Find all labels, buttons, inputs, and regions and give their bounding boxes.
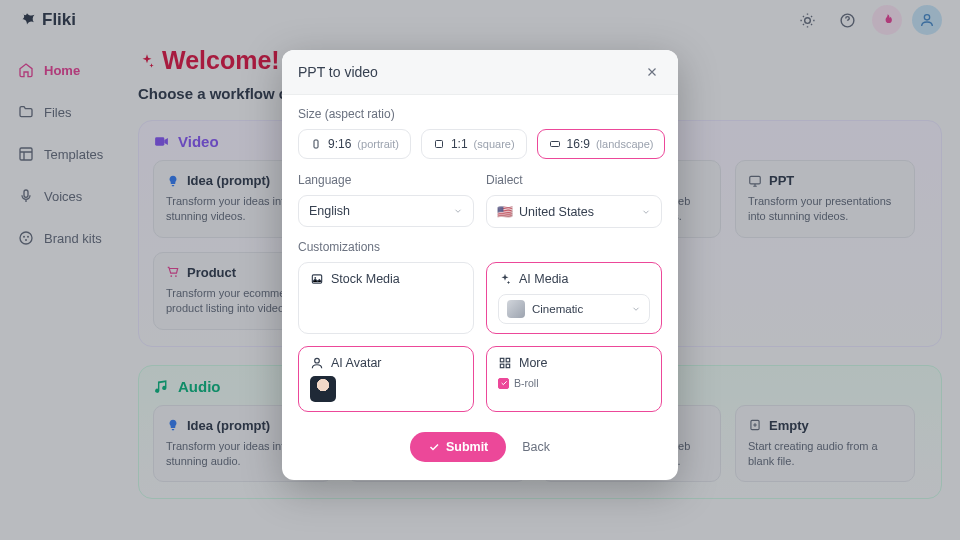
portrait-icon (310, 138, 322, 150)
square-icon (433, 138, 445, 150)
ratio-landscape[interactable]: 16:9(landscape) (537, 129, 666, 159)
dialect-label: Dialect (486, 173, 662, 187)
broll-checkbox[interactable]: B-roll (498, 377, 650, 389)
language-select[interactable]: English (298, 195, 474, 227)
style-thumbnail (507, 300, 525, 318)
sparkle-icon (498, 272, 512, 286)
customization-ai-avatar[interactable]: AI Avatar (298, 346, 474, 412)
ratio-portrait[interactable]: 9:16(portrait) (298, 129, 411, 159)
flag-icon: 🇺🇸 (497, 204, 513, 219)
language-label: Language (298, 173, 474, 187)
image-icon (310, 272, 324, 286)
chevron-down-icon (631, 304, 641, 314)
grid-icon (498, 356, 512, 370)
modal-title: PPT to video (298, 64, 378, 80)
customization-more[interactable]: More B-roll (486, 346, 662, 412)
close-icon (645, 65, 659, 79)
customizations-label: Customizations (298, 240, 662, 254)
back-button[interactable]: Back (522, 440, 550, 454)
modal-overlay: PPT to video Size (aspect ratio) 9:16(po… (0, 0, 960, 540)
user-icon (310, 356, 324, 370)
dialect-select[interactable]: 🇺🇸United States (486, 195, 662, 228)
size-label: Size (aspect ratio) (298, 107, 662, 121)
customization-ai-media[interactable]: AI Media Cinematic (486, 262, 662, 334)
avatar-thumbnail[interactable] (310, 376, 336, 402)
landscape-icon (549, 138, 561, 150)
chevron-down-icon (453, 206, 463, 216)
ratio-square[interactable]: 1:1(square) (421, 129, 527, 159)
chevron-down-icon (641, 207, 651, 217)
check-icon (428, 441, 440, 453)
ai-media-style-select[interactable]: Cinematic (498, 294, 650, 324)
check-icon (500, 379, 508, 387)
submit-button[interactable]: Submit (410, 432, 506, 462)
ppt-to-video-modal: PPT to video Size (aspect ratio) 9:16(po… (282, 50, 678, 480)
customization-stock-media[interactable]: Stock Media (298, 262, 474, 334)
close-button[interactable] (642, 62, 662, 82)
